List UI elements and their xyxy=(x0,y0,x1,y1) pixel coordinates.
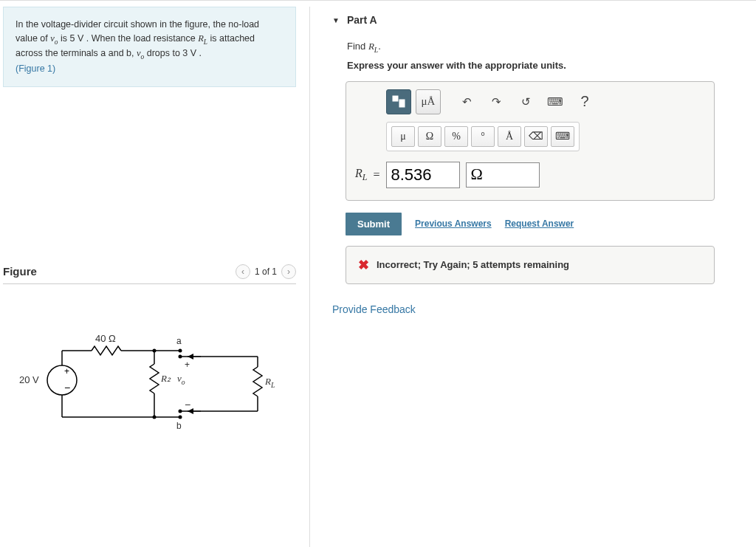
svg-text:−: − xyxy=(64,382,70,393)
rl-label: RL xyxy=(265,376,275,389)
answer-box: μÅ ↶ ↷ ↺ ⌨ ? μ Ω % ° Å ⌫ ⌨ RL = xyxy=(346,81,715,201)
previous-answers-link[interactable]: Previous Answers xyxy=(415,219,492,229)
figure-body: + − xyxy=(3,284,296,447)
incorrect-icon: ✖ xyxy=(358,257,369,273)
part-header[interactable]: ▼ Part A xyxy=(332,14,741,26)
backspace-button[interactable]: ⌫ xyxy=(524,126,548,147)
reset-button[interactable]: ↺ xyxy=(513,89,538,114)
minus-terminal: − xyxy=(185,399,190,410)
noload-value: 5 V xyxy=(70,33,84,44)
figure-link[interactable]: (Figure 1) xyxy=(16,63,55,74)
template-icon[interactable] xyxy=(386,89,411,114)
answer-value-input[interactable] xyxy=(386,162,460,188)
svg-rect-24 xyxy=(393,96,398,101)
svg-rect-25 xyxy=(399,100,405,107)
svg-marker-21 xyxy=(188,354,193,359)
units-instruction: Express your answer with the appropriate… xyxy=(347,60,741,71)
answer-variable: RL xyxy=(355,167,367,183)
undo-button[interactable]: ↶ xyxy=(454,89,479,114)
keyboard-button[interactable]: ⌨ xyxy=(543,89,568,114)
r2-label: R₂ xyxy=(161,373,171,385)
source-label: 20 V xyxy=(19,374,39,385)
rl-symbol: R xyxy=(198,33,204,44)
svg-point-3 xyxy=(47,365,77,395)
figure-header: Figure ‹ 1 of 1 › xyxy=(3,264,296,284)
svg-point-15 xyxy=(179,415,182,419)
svg-text:+: + xyxy=(64,366,69,376)
feedback-text: Incorrect; Try Again; 5 attempts remaini… xyxy=(377,259,569,270)
units-menu-button[interactable]: μÅ xyxy=(416,89,441,114)
mu-button[interactable]: μ xyxy=(391,126,415,147)
feedback-message: ✖ Incorrect; Try Again; 5 attempts remai… xyxy=(346,246,715,284)
problem-is: is xyxy=(58,33,70,44)
omega-button[interactable]: Ω xyxy=(418,126,441,147)
problem-statement: In the voltage-divider circuit shown in … xyxy=(3,7,296,87)
figure-nav-text: 1 of 1 xyxy=(255,266,277,277)
circuit-diagram: + − xyxy=(10,328,276,439)
figure-prev-button[interactable]: ‹ xyxy=(236,264,250,279)
vo-label: vo xyxy=(177,373,185,386)
request-answer-link[interactable]: Request Answer xyxy=(505,219,574,229)
submit-button[interactable]: Submit xyxy=(346,213,402,235)
figure-next-button[interactable]: › xyxy=(281,264,296,279)
find-instruction: Find RL. xyxy=(347,41,741,54)
answer-unit-input[interactable] xyxy=(466,162,540,188)
problem-when: . When the load resistance xyxy=(83,33,198,44)
degree-button[interactable]: ° xyxy=(471,126,495,147)
redo-button[interactable]: ↷ xyxy=(484,89,509,114)
equals-sign: = xyxy=(373,168,379,182)
percent-button[interactable]: % xyxy=(444,126,468,147)
r1-label: 40 Ω xyxy=(95,333,116,344)
symbol-toolbar: μ Ω % ° Å ⌫ ⌨ xyxy=(386,122,580,151)
svg-point-11 xyxy=(153,415,157,419)
node-b: b xyxy=(176,421,182,431)
problem-period: . xyxy=(196,48,202,58)
svg-point-10 xyxy=(153,348,157,352)
collapse-icon: ▼ xyxy=(332,16,340,24)
loaded-value: 3 V xyxy=(182,48,196,58)
keyboard-button-2[interactable]: ⌨ xyxy=(551,126,574,147)
svg-point-12 xyxy=(179,348,182,352)
plus-terminal: + xyxy=(185,359,190,370)
angstrom-button[interactable]: Å xyxy=(498,126,521,147)
figure-title: Figure xyxy=(3,265,37,278)
provide-feedback-link[interactable]: Provide Feedback xyxy=(332,303,741,315)
help-button[interactable]: ? xyxy=(572,89,597,114)
part-label: Part A xyxy=(347,14,377,26)
node-a: a xyxy=(176,336,182,346)
problem-drops: drops to xyxy=(144,48,182,58)
